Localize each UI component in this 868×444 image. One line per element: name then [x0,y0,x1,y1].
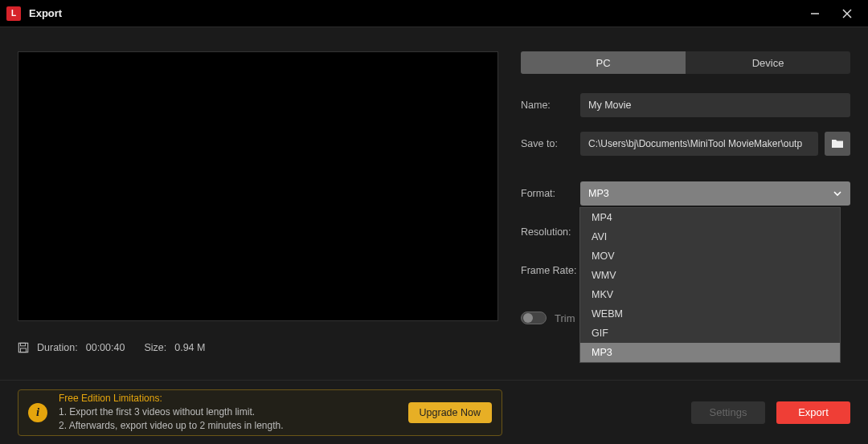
toggle-knob [523,313,533,323]
format-value: MP3 [588,188,609,199]
format-option-avi[interactable]: AVI [580,227,840,246]
format-dropdown: MP4AVIMOVWMVMKVWEBMGIFMP3 [579,207,841,363]
format-label: Format: [521,188,580,199]
meta-row: Duration: 00:00:40 Size: 0.94 M [18,342,498,353]
minimize-button[interactable] [799,0,831,27]
folder-icon [831,138,844,149]
upgrade-button[interactable]: Upgrade Now [408,402,492,423]
format-option-mkv[interactable]: MKV [580,285,840,304]
promo-line-2: 2. Afterwards, export video up to 2 minu… [59,419,397,433]
tab-pc[interactable]: PC [521,51,686,74]
save-to-input[interactable]: C:\Users\bj\Documents\MiniTool MovieMake… [580,132,818,156]
window-title: Export [29,7,62,19]
export-button[interactable]: Export [776,401,850,424]
app-icon: L [6,6,21,21]
promo-title: Free Edition Limitations: [59,392,397,405]
promo-line-1: 1. Export the first 3 videos without len… [59,405,397,419]
format-option-gif[interactable]: GIF [580,324,840,343]
svg-rect-5 [21,348,27,352]
duration-label: Duration: [37,342,78,353]
framerate-label: Frame Rate: [521,265,588,276]
info-icon: i [28,403,47,422]
trim-label: Trim [555,312,575,324]
titlebar: L Export [0,0,868,27]
save-to-label: Save to: [521,138,580,149]
format-option-wmv[interactable]: WMV [580,266,840,285]
close-button[interactable] [831,0,863,27]
disk-icon [18,342,29,353]
format-option-mp4[interactable]: MP4 [580,208,840,227]
chevron-down-icon [833,189,842,198]
close-icon [842,9,852,18]
export-target-tabs: PC Device [521,51,850,74]
name-input[interactable] [580,93,850,117]
resolution-label: Resolution: [521,226,580,238]
name-label: Name: [521,100,580,111]
format-option-mov[interactable]: MOV [580,246,840,266]
browse-button[interactable] [825,132,850,156]
size-value: 0.94 M [174,342,205,353]
svg-rect-3 [18,343,27,352]
tab-device[interactable]: Device [686,51,850,74]
promo-banner: i Free Edition Limitations: 1. Export th… [18,389,502,436]
trim-toggle[interactable] [521,312,547,324]
video-preview [18,51,498,321]
settings-button[interactable]: Settings [691,401,765,424]
format-select[interactable]: MP3 [580,181,850,206]
format-option-webm[interactable]: WEBM [580,304,840,324]
minimize-icon [810,9,820,18]
duration-value: 00:00:40 [86,342,125,353]
size-label: Size: [144,342,166,353]
format-option-mp3[interactable]: MP3 [580,343,840,362]
